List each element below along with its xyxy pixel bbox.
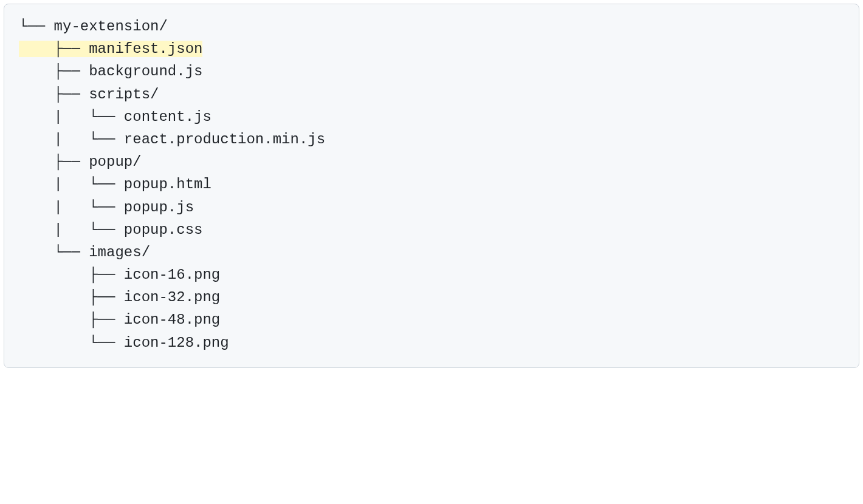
tree-line: └── my-extension/ [19,15,844,38]
tree-line: ├── popup/ [19,151,844,173]
tree-line: ├── manifest.json [19,38,844,60]
tree-line: | └── content.js [19,106,844,128]
tree-line: ├── icon-32.png [19,286,844,308]
tree-line: | └── popup.css [19,219,844,241]
tree-line: | └── react.production.min.js [19,128,844,151]
tree-line: ├── scripts/ [19,83,844,106]
tree-line: | └── popup.html [19,173,844,196]
tree-line: └── images/ [19,241,844,264]
tree-line: | └── popup.js [19,196,844,219]
tree-line-highlighted: ├── manifest.json [19,41,202,57]
file-tree-block: └── my-extension/ ├── manifest.json ├── … [4,4,859,368]
tree-line: ├── icon-48.png [19,308,844,331]
tree-line: ├── background.js [19,60,844,83]
tree-line: └── icon-128.png [19,332,844,354]
tree-line: ├── icon-16.png [19,264,844,286]
